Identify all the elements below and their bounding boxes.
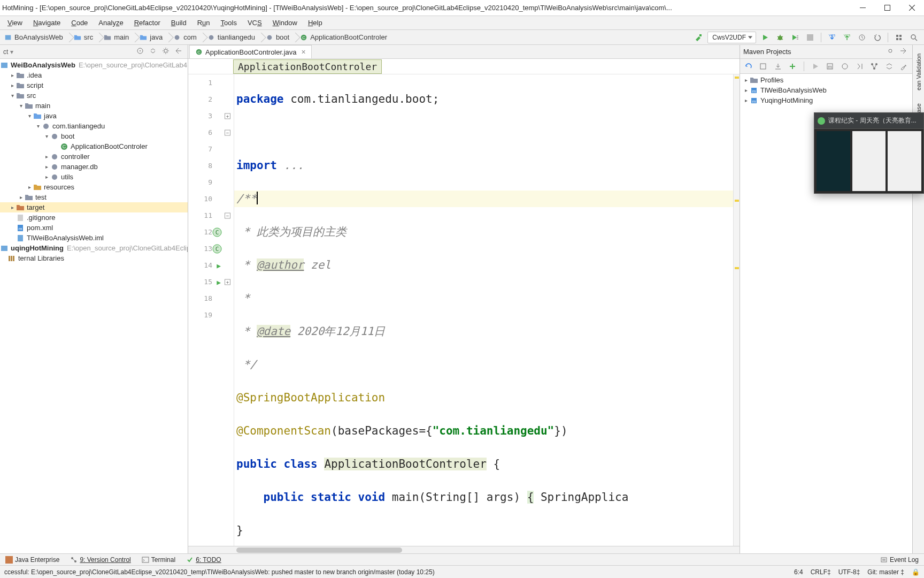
tree-folder-target[interactable]: ▸target [0,202,188,212]
project-hide-button[interactable] [175,47,184,57]
tree-folder-java[interactable]: ▾java [0,111,188,121]
bottom-tab-terminal[interactable]: Terminal [140,555,178,565]
maven-project-yuqing[interactable]: ▸mYuqingHotMining [740,95,912,105]
tree-package-controller[interactable]: ▸controller [0,151,188,162]
editor-class-crumb[interactable]: ApplicationBootControler [233,59,382,74]
vcs-history-button[interactable] [856,32,868,43]
maven-profiles-node[interactable]: ▸Profiles [740,75,912,85]
status-git-branch[interactable]: Git: master ‡ [867,568,904,576]
tree-folder-resources[interactable]: ▸resources [0,182,188,192]
tree-class-applicationbootcontroler[interactable]: CApplicationBootControler [0,141,188,151]
maven-execute-button[interactable]: m [825,61,836,72]
tree-file-iml[interactable]: TlWeiBoAnalysisWeb.iml [0,233,188,243]
editor-gutter[interactable]: 1 2 3+ 6− 7 8 9 10 11− 12C 13C 14▶ 15▶+ … [188,74,234,546]
run-line-marker[interactable]: ▶ [217,273,221,290]
menu-build[interactable]: Build [166,17,192,28]
bottom-tab-version-control[interactable]: 9: Version Control [68,555,133,565]
maven-collapse-button[interactable] [884,61,895,72]
breadcrumb-tianliangedu[interactable]: tianliangedu [203,30,261,44]
menu-help[interactable]: Help [303,17,328,28]
menu-run[interactable]: Run [192,17,215,28]
error-stripe[interactable] [733,74,740,546]
spring-bean-marker[interactable]: C [212,244,222,254]
debug-button[interactable] [774,32,786,43]
status-lock-icon[interactable]: 🔒 [912,568,920,576]
window-maximize-button[interactable] [875,0,899,16]
editor-tab[interactable]: C ApplicationBootControler.java × [189,45,312,58]
breadcrumb-class[interactable]: C ApplicationBootControler [296,30,394,44]
maven-generate-button[interactable] [758,61,769,72]
project-tree[interactable]: WeiBoAnalysisWebE:\open_source_proj\Clon… [0,59,188,553]
tree-folder-main[interactable]: ▾main [0,101,188,111]
bottom-tab-java-enterprise[interactable]: Java Enterprise [3,555,61,565]
tree-package-boot[interactable]: ▾boot [0,131,188,141]
project-view-selector[interactable]: ct [3,48,133,56]
breadcrumb-boot[interactable]: boot [261,30,296,44]
menu-view[interactable]: View [2,17,28,28]
spring-bean-marker[interactable]: C [212,227,222,237]
scrollbar-thumb[interactable] [236,547,402,553]
vcs-revert-button[interactable] [871,32,883,43]
status-line-ending[interactable]: CRLF‡ [811,568,831,576]
maven-reimport-button[interactable] [743,61,754,72]
floating-preview-popup[interactable]: 课程纪实 - 周天亮（天亮教育... [814,112,924,194]
maven-run-button[interactable] [810,61,821,72]
right-tab-bean-validation[interactable]: ean Validation [914,49,923,95]
tree-module-yuqing[interactable]: uqingHotMiningE:\open_source_proj\CloneG… [0,243,188,253]
window-minimize-button[interactable] [850,0,875,16]
maven-settings2-button[interactable] [898,61,909,72]
structure-button[interactable] [893,32,905,43]
maven-toggle-offline-button[interactable] [840,61,850,72]
run-button[interactable] [759,32,771,43]
run-config-selector[interactable]: CwsV2UDF [707,32,756,43]
menu-tools[interactable]: Tools [215,17,242,28]
tree-folder-test[interactable]: ▸test [0,192,188,202]
breadcrumb-module[interactable]: BoAnalysisWeb [0,30,70,44]
stop-button[interactable] [804,32,816,43]
warning-marker[interactable] [735,267,739,269]
fold-toggle[interactable]: + [225,279,230,285]
tree-package-utils[interactable]: ▸utils [0,172,188,182]
project-locate-button[interactable] [136,47,146,57]
menu-refactor[interactable]: Refactor [129,17,166,28]
status-caret-position[interactable]: 6:4 [794,568,803,576]
breadcrumb-java[interactable]: java [135,30,169,44]
bottom-tab-todo[interactable]: 6: TODO [184,555,224,565]
tree-module-tlweibo[interactable]: WeiBoAnalysisWebE:\open_source_proj\Clon… [0,60,188,70]
vcs-update-button[interactable]: VCS [826,32,838,43]
tree-folder-idea[interactable]: ▸.idea [0,70,188,80]
popup-header[interactable]: 课程纪实 - 周天亮（天亮教育... [814,113,923,129]
project-settings-button[interactable] [162,47,172,57]
warning-marker[interactable] [735,77,739,79]
search-everywhere-button[interactable] [908,32,920,43]
code-area[interactable]: package com.tianliangedu.boot; import ..… [234,74,740,546]
breadcrumb-com[interactable]: com [169,30,203,44]
maven-settings-button[interactable] [887,47,896,57]
maven-show-deps-button[interactable] [869,61,880,72]
run-line-marker[interactable]: ▶ [217,257,221,273]
maven-hide-button[interactable] [899,47,909,57]
breadcrumb-src[interactable]: src [70,30,99,44]
build-button[interactable] [692,32,704,43]
bottom-tab-event-log[interactable]: Event Log [878,555,921,565]
tree-file-pom[interactable]: mpom.xml [0,223,188,233]
coverage-button[interactable] [789,32,801,43]
project-collapse-button[interactable] [149,47,159,57]
maven-download-button[interactable] [773,61,783,72]
editor-horizontal-scrollbar[interactable] [188,546,740,553]
fold-toggle[interactable]: + [225,113,230,119]
maven-project-tlweibo[interactable]: ▸mTlWeiBoAnalysisWeb [740,85,912,95]
window-close-button[interactable] [899,0,924,16]
breadcrumb-main[interactable]: main [99,30,135,44]
maven-skip-tests-button[interactable] [854,61,865,72]
tree-package-managerdb[interactable]: ▸manager.db [0,162,188,172]
menu-window[interactable]: Window [267,17,303,28]
menu-vcs[interactable]: VCS [242,17,267,28]
tree-package[interactable]: ▾com.tianliangedu [0,121,188,131]
menu-analyze[interactable]: Analyze [93,17,128,28]
menu-code[interactable]: Code [66,17,93,28]
fold-toggle[interactable]: − [225,212,230,218]
menu-navigate[interactable]: Navigate [28,17,66,28]
tree-folder-script[interactable]: ▸script [0,80,188,90]
tree-folder-src[interactable]: ▾src [0,90,188,101]
